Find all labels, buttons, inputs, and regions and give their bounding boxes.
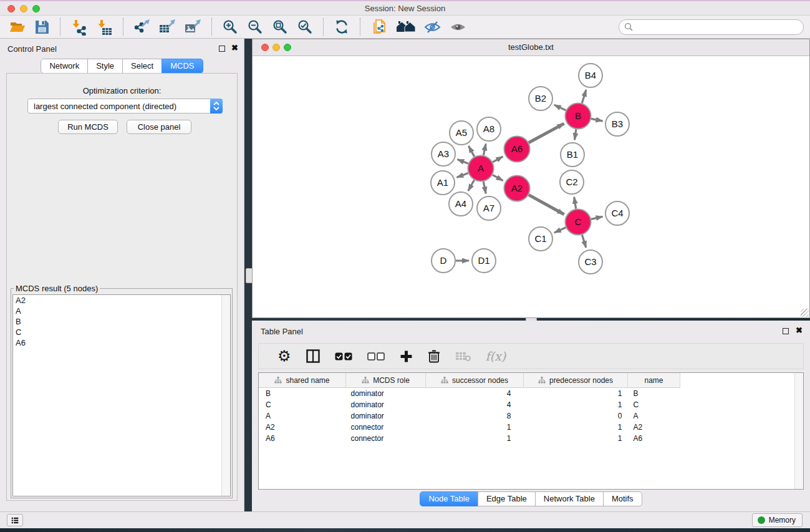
export-image-button[interactable] xyxy=(183,17,203,37)
table-cell[interactable]: A xyxy=(259,410,346,422)
table-cell[interactable]: 4 xyxy=(426,399,524,410)
network-edge-B-B3[interactable] xyxy=(591,118,602,121)
save-session-button[interactable] xyxy=(33,18,51,36)
memory-button[interactable]: Memory xyxy=(752,513,803,527)
network-node-A3[interactable]: A3 xyxy=(432,142,455,166)
network-canvas[interactable]: AA1A2A3A4A5A6A7A8BB1B2B3B4CC1C2C3C4DD1 xyxy=(253,56,809,317)
table-cell[interactable]: A2 xyxy=(259,422,346,433)
network-node-D[interactable]: D xyxy=(432,249,455,273)
table-cell[interactable]: B xyxy=(259,388,346,400)
network-node-C[interactable]: C xyxy=(566,210,591,235)
column-header-MCDS-role[interactable]: MCDS role xyxy=(346,373,426,388)
open-session-button[interactable] xyxy=(8,17,27,36)
tab-network[interactable]: Network xyxy=(41,59,88,74)
mcds-list-scrollbar[interactable] xyxy=(221,295,230,496)
show-graphics-details-button[interactable] xyxy=(448,17,468,37)
toggle-columns-button[interactable] xyxy=(306,349,320,363)
table-cell[interactable]: A6 xyxy=(628,433,680,444)
network-edge-A6-B[interactable] xyxy=(529,123,564,143)
network-edge-B-B2[interactable] xyxy=(554,105,566,110)
import-network-button[interactable] xyxy=(69,17,89,37)
close-panel-action-button[interactable]: Close panel xyxy=(127,120,191,134)
table-cell[interactable]: 1 xyxy=(524,399,628,410)
network-edge-C-C1[interactable] xyxy=(554,228,566,233)
show-all-networks-button[interactable] xyxy=(395,18,417,36)
delete-column-button[interactable] xyxy=(428,349,440,363)
network-node-C1[interactable]: C1 xyxy=(529,227,552,251)
mcds-result-item[interactable]: C xyxy=(13,327,230,337)
table-cell[interactable]: C xyxy=(628,399,680,410)
column-header-shared-name[interactable]: shared name xyxy=(259,373,346,388)
network-node-B3[interactable]: B3 xyxy=(605,112,629,136)
network-edge-C-C4[interactable] xyxy=(591,216,603,219)
network-node-A5[interactable]: A5 xyxy=(450,121,473,145)
network-edge-B-B1[interactable] xyxy=(574,129,576,140)
zoom-fit-button[interactable] xyxy=(271,17,289,36)
network-edge-A2-C[interactable] xyxy=(529,195,564,214)
network-node-B4[interactable]: B4 xyxy=(579,64,602,87)
close-panel-button[interactable]: ✖ xyxy=(231,44,238,52)
table-row[interactable]: Bdominator41B xyxy=(259,388,680,400)
mcds-result-item[interactable]: A6 xyxy=(13,337,230,348)
table-tab-node-table[interactable]: Node Table xyxy=(420,491,478,506)
column-header-name[interactable]: name xyxy=(628,373,680,388)
table-row[interactable]: Cdominator41C xyxy=(259,399,680,410)
table-tab-motifs[interactable]: Motifs xyxy=(603,491,642,506)
table-cell[interactable]: A6 xyxy=(259,433,346,444)
network-edge-A-A4[interactable] xyxy=(468,180,475,191)
zoom-out-button[interactable] xyxy=(246,17,264,36)
tab-mcds[interactable]: MCDS xyxy=(162,59,203,74)
network-edge-A-A1[interactable] xyxy=(456,173,468,178)
table-cell[interactable]: 1 xyxy=(426,422,524,433)
table-cell[interactable]: A2 xyxy=(628,422,680,433)
add-column-button[interactable] xyxy=(400,350,413,363)
window-resize-grip[interactable] xyxy=(801,309,809,317)
float-panel-button[interactable] xyxy=(219,46,225,52)
table-cell[interactable]: 0 xyxy=(524,410,628,422)
network-node-A1[interactable]: A1 xyxy=(431,171,455,195)
network-node-C4[interactable]: C4 xyxy=(605,201,629,225)
export-table-button[interactable] xyxy=(158,17,177,37)
network-node-C3[interactable]: C3 xyxy=(579,250,602,274)
tab-select[interactable]: Select xyxy=(122,59,162,74)
network-node-A6[interactable]: A6 xyxy=(504,137,530,162)
network-edge-A-A8[interactable] xyxy=(483,144,486,155)
table-cell[interactable]: connector xyxy=(346,433,426,444)
table-cell[interactable]: 1 xyxy=(426,433,524,444)
table-cell[interactable]: 8 xyxy=(426,410,524,422)
table-row[interactable]: A2connector11A2 xyxy=(259,422,680,433)
network-node-A7[interactable]: A7 xyxy=(477,196,501,220)
table-tab-edge-table[interactable]: Edge Table xyxy=(478,491,536,506)
table-cell[interactable]: A xyxy=(628,410,680,422)
zoom-selected-button[interactable] xyxy=(296,17,314,36)
network-node-D1[interactable]: D1 xyxy=(472,249,496,273)
search-input[interactable] xyxy=(637,21,798,33)
network-node-B1[interactable]: B1 xyxy=(561,143,584,167)
function-builder-button[interactable]: f(x) xyxy=(486,349,506,363)
delete-table-button[interactable] xyxy=(455,351,471,362)
network-node-B2[interactable]: B2 xyxy=(529,87,552,110)
copy-network-button[interactable] xyxy=(369,17,388,37)
network-node-A8[interactable]: A8 xyxy=(477,117,501,141)
network-node-B[interactable]: B xyxy=(566,104,591,129)
table-cell[interactable]: 1 xyxy=(524,388,628,400)
table-row[interactable]: Adominator80A xyxy=(259,410,680,422)
network-edge-A-A2[interactable] xyxy=(493,175,503,180)
hide-graphics-details-button[interactable] xyxy=(423,17,442,37)
table-cell[interactable]: 1 xyxy=(524,433,628,444)
network-edge-C-C3[interactable] xyxy=(582,235,586,248)
network-edge-B-B4[interactable] xyxy=(582,90,586,104)
table-close-button[interactable]: ✖ xyxy=(796,326,803,335)
table-tab-network-table[interactable]: Network Table xyxy=(535,491,604,506)
select-all-button[interactable] xyxy=(335,352,352,361)
table-settings-button[interactable]: ⚙ xyxy=(277,349,291,364)
refresh-view-button[interactable] xyxy=(332,17,351,36)
network-edge-A-A7[interactable] xyxy=(483,181,486,193)
table-cell[interactable]: connector xyxy=(346,422,426,433)
network-edge-C-C2[interactable] xyxy=(574,197,576,209)
mcds-result-item[interactable]: A xyxy=(13,306,230,316)
network-node-A[interactable]: A xyxy=(468,156,494,181)
export-network-button[interactable] xyxy=(132,17,152,37)
table-cell[interactable]: dominator xyxy=(346,388,426,400)
table-cell[interactable]: 4 xyxy=(426,388,524,400)
